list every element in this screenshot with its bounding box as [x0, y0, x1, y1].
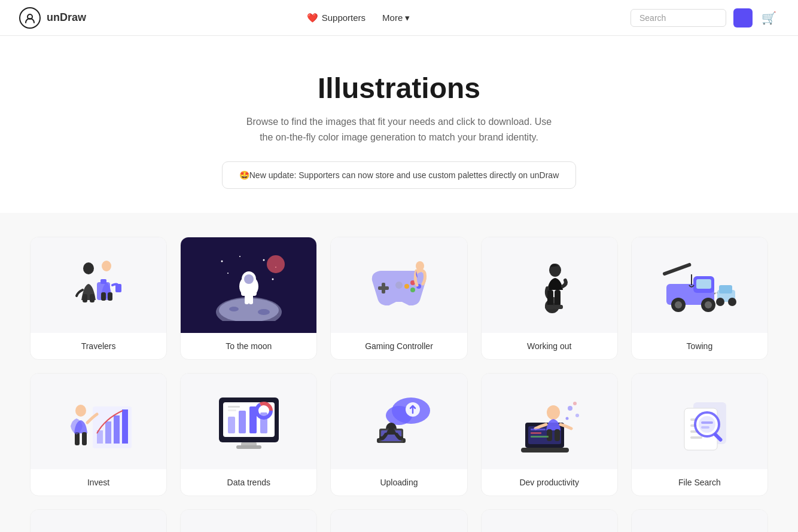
svg-rect-90	[531, 432, 541, 434]
svg-point-14	[227, 273, 229, 274]
card-datatrends[interactable]: Data trends	[180, 373, 317, 496]
hero-description: Browse to find the images that fit your …	[232, 114, 566, 145]
svg-point-3	[83, 262, 94, 274]
svg-point-34	[395, 282, 403, 289]
svg-rect-42	[553, 305, 563, 309]
svg-point-12	[263, 259, 264, 261]
card-partial-2[interactable]: —	[180, 509, 317, 532]
logo-text: unDraw	[47, 11, 86, 24]
svg-rect-58	[105, 421, 111, 444]
heart-icon: ❤️	[307, 13, 318, 23]
svg-point-23	[244, 274, 254, 284]
navbar: unDraw ❤️ Supporters More ▾ Search 🛒	[0, 0, 798, 36]
svg-rect-29	[378, 286, 389, 290]
svg-point-32	[410, 288, 415, 292]
card-filesearch[interactable]: File Search	[631, 373, 768, 496]
svg-point-86	[547, 405, 560, 420]
card-image-partial-1	[31, 510, 166, 532]
svg-rect-68	[228, 417, 235, 433]
card-partial-3[interactable]: —	[330, 509, 467, 532]
card-invest[interactable]: Invest	[30, 373, 167, 496]
svg-point-95	[566, 417, 569, 420]
svg-rect-87	[547, 429, 552, 441]
search-input[interactable]: Search	[631, 9, 726, 27]
card-label-workout: Working out	[482, 333, 617, 359]
svg-point-6	[102, 261, 111, 271]
nav-center: ❤️ Supporters More ▾	[307, 13, 410, 23]
svg-rect-5	[90, 294, 95, 302]
card-devprod[interactable]: Dev productivity	[481, 373, 618, 496]
card-image-uploading	[331, 374, 467, 469]
card-label-datatrends: Data trends	[181, 469, 316, 496]
svg-point-15	[272, 279, 273, 280]
card-label-towing: Towing	[632, 333, 767, 359]
svg-rect-67	[236, 445, 261, 449]
color-picker-button[interactable]	[733, 8, 753, 27]
svg-rect-45	[696, 279, 711, 289]
svg-point-94	[573, 402, 577, 405]
svg-rect-75	[228, 409, 236, 411]
card-image-partial-4	[482, 510, 617, 532]
svg-rect-39	[547, 290, 553, 307]
svg-rect-26	[245, 295, 249, 304]
card-image-travelers	[31, 237, 166, 333]
svg-rect-88	[555, 429, 560, 441]
card-moon[interactable]: To the moon	[180, 237, 317, 360]
svg-rect-25	[252, 285, 257, 296]
grid-row-1: Travelers	[30, 237, 768, 360]
card-partial-5[interactable]: —	[631, 509, 768, 532]
nav-right: Search 🛒	[631, 8, 779, 27]
card-image-workout	[482, 237, 617, 333]
more-menu[interactable]: More ▾	[382, 13, 410, 23]
logo[interactable]: unDraw	[19, 7, 86, 29]
svg-rect-53	[719, 285, 732, 293]
svg-rect-85	[521, 448, 569, 452]
svg-rect-104	[701, 421, 713, 424]
supporters-label: Supporters	[322, 13, 366, 23]
hero-section: Illustrations Browse to find the images …	[0, 36, 798, 213]
svg-rect-69	[239, 411, 246, 433]
svg-rect-101	[690, 436, 702, 439]
card-partial-1[interactable]: —	[30, 509, 167, 532]
card-label-uploading: Uploading	[331, 469, 467, 496]
more-label: More	[382, 13, 403, 23]
supporters-link[interactable]: ❤️ Supporters	[307, 13, 366, 23]
card-label-travelers: Travelers	[31, 333, 166, 359]
svg-rect-2	[100, 279, 106, 284]
svg-rect-41	[545, 305, 555, 309]
card-partial-4[interactable]: —	[481, 509, 618, 532]
svg-rect-9	[115, 284, 121, 292]
svg-rect-8	[108, 292, 112, 301]
svg-point-11	[239, 256, 240, 257]
svg-rect-91	[531, 436, 549, 438]
update-banner[interactable]: 🤩New update: Supporters can now store an…	[222, 161, 577, 189]
svg-rect-74	[228, 406, 240, 408]
svg-point-93	[575, 414, 579, 417]
card-workout[interactable]: Working out	[481, 237, 618, 360]
card-image-filesearch	[632, 374, 767, 469]
card-towing[interactable]: Towing	[631, 237, 768, 360]
card-image-devprod	[482, 374, 617, 469]
card-label-moon: To the moon	[181, 333, 316, 359]
update-emoji: 🤩	[239, 170, 249, 180]
svg-point-33	[404, 284, 409, 289]
svg-point-103	[699, 416, 715, 433]
cart-icon: 🛒	[762, 11, 776, 25]
card-image-partial-2	[181, 510, 316, 532]
svg-point-54	[716, 298, 724, 306]
svg-rect-4	[83, 294, 87, 302]
card-image-towing	[632, 237, 767, 333]
card-travelers[interactable]: Travelers	[30, 237, 167, 360]
card-uploading[interactable]: Uploading	[330, 373, 467, 496]
card-gaming[interactable]: Gaming Controller	[330, 237, 467, 360]
svg-rect-63	[82, 432, 87, 445]
svg-point-47	[675, 301, 682, 308]
card-image-datatrends	[181, 374, 316, 469]
svg-point-18	[229, 307, 239, 311]
cart-button[interactable]: 🛒	[760, 8, 779, 27]
illustrations-section: Travelers	[0, 213, 798, 532]
card-image-partial-3	[331, 510, 467, 532]
svg-rect-7	[101, 292, 106, 301]
svg-point-20	[267, 255, 285, 273]
svg-point-92	[568, 406, 572, 411]
